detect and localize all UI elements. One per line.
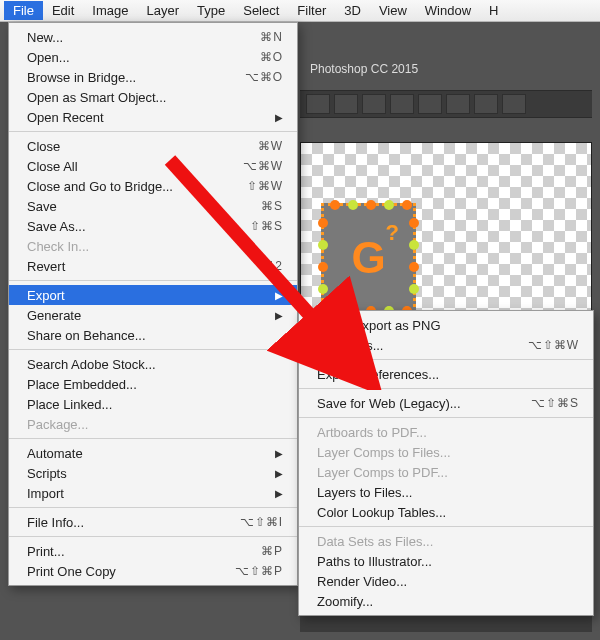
menu-item[interactable]: Scripts▶	[9, 463, 297, 483]
menu-item[interactable]: Browse in Bridge...⌥⌘O	[9, 67, 297, 87]
options-bar	[300, 90, 592, 118]
menu-item-label: Package...	[27, 417, 283, 432]
menu-item[interactable]: Close All⌥⌘W	[9, 156, 297, 176]
menu-separator	[9, 280, 297, 281]
menu-item-label: Paths to Illustrator...	[317, 554, 579, 569]
menu-filter[interactable]: Filter	[288, 1, 335, 20]
menu-item-label: Place Linked...	[27, 397, 283, 412]
menu-item-label: Open...	[27, 50, 230, 65]
menu-item-label: Layer Comps to PDF...	[317, 465, 579, 480]
menu-item[interactable]: Zoomify...	[299, 591, 593, 611]
menu-item[interactable]: Close and Go to Bridge...⇧⌘W	[9, 176, 297, 196]
menu-separator	[9, 349, 297, 350]
menu-item[interactable]: Share on Behance...	[9, 325, 297, 345]
menu-item-label: Save for Web (Legacy)...	[317, 396, 501, 411]
menu-item[interactable]: Color Lookup Tables...	[299, 502, 593, 522]
tool-icon[interactable]	[418, 94, 442, 114]
menu-3d[interactable]: 3D	[335, 1, 370, 20]
tool-icon[interactable]	[306, 94, 330, 114]
menu-item[interactable]: Render Video...	[299, 571, 593, 591]
tool-icon[interactable]	[446, 94, 470, 114]
menu-separator	[9, 507, 297, 508]
menu-item[interactable]: Export As...⌥⇧⌘W	[299, 335, 593, 355]
export-submenu-panel: Quick Export as PNGExport As...⌥⇧⌘WExpor…	[298, 310, 594, 616]
menu-item[interactable]: Export▶	[9, 285, 297, 305]
menu-type[interactable]: Type	[188, 1, 234, 20]
menu-item-shortcut: F12	[229, 259, 283, 273]
layer-glyph: G	[351, 233, 385, 283]
menu-layer[interactable]: Layer	[138, 1, 189, 20]
menu-item[interactable]: Generate▶	[9, 305, 297, 325]
menubar: File Edit Image Layer Type Select Filter…	[0, 0, 600, 22]
menu-separator	[299, 526, 593, 527]
tool-icon[interactable]	[502, 94, 526, 114]
menu-window[interactable]: Window	[416, 1, 480, 20]
menu-item[interactable]: RevertF12	[9, 256, 297, 276]
menu-item[interactable]: Open as Smart Object...	[9, 87, 297, 107]
menu-item-label: Search Adobe Stock...	[27, 357, 283, 372]
menu-item[interactable]: Open Recent▶	[9, 107, 297, 127]
menu-item-label: Check In...	[27, 239, 283, 254]
tool-icon[interactable]	[474, 94, 498, 114]
menu-view[interactable]: View	[370, 1, 416, 20]
menu-item-label: Automate	[27, 446, 245, 461]
menu-item[interactable]: Search Adobe Stock...	[9, 354, 297, 374]
menu-item-shortcut: ⌘N	[230, 30, 283, 44]
menu-item-label: Close and Go to Bridge...	[27, 179, 217, 194]
menu-item: Artboards to PDF...	[299, 422, 593, 442]
menu-item[interactable]: Save As...⇧⌘S	[9, 216, 297, 236]
menu-item[interactable]: Place Linked...	[9, 394, 297, 414]
menu-item-label: Close All	[27, 159, 213, 174]
menu-item-shortcut: ⌥⇧⌘S	[501, 396, 579, 410]
menu-file[interactable]: File	[4, 1, 43, 20]
menu-item[interactable]: File Info...⌥⇧⌘I	[9, 512, 297, 532]
submenu-arrow-icon: ▶	[245, 290, 283, 301]
submenu-arrow-icon: ▶	[245, 112, 283, 123]
menu-item[interactable]: Layers to Files...	[299, 482, 593, 502]
menu-item[interactable]: Print...⌘P	[9, 541, 297, 561]
menu-edit[interactable]: Edit	[43, 1, 83, 20]
menu-item[interactable]: Open...⌘O	[9, 47, 297, 67]
menu-item-shortcut: ⌥⌘W	[213, 159, 283, 173]
menu-item[interactable]: New...⌘N	[9, 27, 297, 47]
menu-item-label: Export As...	[317, 338, 498, 353]
menu-item-label: Export Preferences...	[317, 367, 579, 382]
menu-select[interactable]: Select	[234, 1, 288, 20]
tool-icon[interactable]	[334, 94, 358, 114]
menu-item-label: Share on Behance...	[27, 328, 283, 343]
submenu-arrow-icon: ▶	[245, 310, 283, 321]
menu-item[interactable]: Paths to Illustrator...	[299, 551, 593, 571]
menu-item[interactable]: Close⌘W	[9, 136, 297, 156]
menu-item[interactable]: Import▶	[9, 483, 297, 503]
menu-item[interactable]: Save⌘S	[9, 196, 297, 216]
tool-icon[interactable]	[390, 94, 414, 114]
submenu-arrow-icon: ▶	[245, 488, 283, 499]
question-mark-icon: ?	[386, 220, 399, 246]
menu-item-shortcut: ⇧⌘W	[217, 179, 283, 193]
menu-separator	[299, 359, 593, 360]
menu-item-label: Print One Copy	[27, 564, 205, 579]
menu-item-label: Save	[27, 199, 231, 214]
menu-separator	[9, 536, 297, 537]
menu-item-shortcut: ⌘W	[228, 139, 283, 153]
menu-item[interactable]: Place Embedded...	[9, 374, 297, 394]
submenu-arrow-icon: ▶	[245, 468, 283, 479]
menu-item[interactable]: Quick Export as PNG	[299, 315, 593, 335]
menu-image[interactable]: Image	[83, 1, 137, 20]
menu-item-label: Quick Export as PNG	[317, 318, 579, 333]
document-tab[interactable]: Photoshop CC 2015	[300, 58, 428, 80]
menu-item[interactable]: Print One Copy⌥⇧⌘P	[9, 561, 297, 581]
menu-help[interactable]: H	[480, 1, 507, 20]
menu-separator	[9, 131, 297, 132]
menu-item[interactable]: Save for Web (Legacy)...⌥⇧⌘S	[299, 393, 593, 413]
tool-icon[interactable]	[362, 94, 386, 114]
menu-item: Data Sets as Files...	[299, 531, 593, 551]
menu-item-label: Print...	[27, 544, 231, 559]
menu-item-label: Layer Comps to Files...	[317, 445, 579, 460]
menu-item-shortcut: ⇧⌘S	[220, 219, 283, 233]
selected-layer[interactable]: G ?	[321, 203, 416, 313]
menu-item[interactable]: Export Preferences...	[299, 364, 593, 384]
menu-separator	[9, 438, 297, 439]
menu-item[interactable]: Automate▶	[9, 443, 297, 463]
menu-item-label: Scripts	[27, 466, 245, 481]
